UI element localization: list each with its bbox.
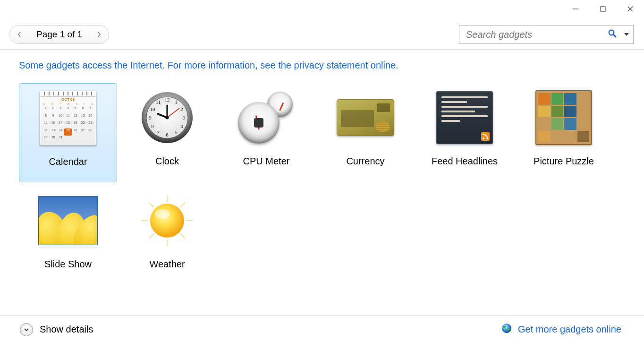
currency-icon xyxy=(335,87,396,148)
svg-text:11: 11 xyxy=(156,99,161,105)
search-input[interactable] xyxy=(465,29,605,41)
close-icon xyxy=(627,6,634,12)
svg-point-34 xyxy=(155,209,170,219)
next-page-button[interactable] xyxy=(93,28,106,41)
svg-line-32 xyxy=(149,234,154,239)
svg-marker-6 xyxy=(624,33,629,36)
footer: Show details Get more gadgets online xyxy=(0,316,644,343)
chevron-left-icon xyxy=(17,32,22,37)
gadget-label: Currency xyxy=(346,156,384,167)
gadget-gallery: OCT 06 SMTWTFS 1234567891011121314151617… xyxy=(0,75,644,287)
search-icon[interactable] xyxy=(608,29,617,40)
calendar-icon: OCT 06 SMTWTFS 1234567891011121314151617… xyxy=(37,87,99,149)
svg-line-29 xyxy=(149,203,154,207)
minimize-icon xyxy=(572,6,579,12)
info-bar: Some gadgets access the Internet. For mo… xyxy=(0,50,644,75)
svg-text:4: 4 xyxy=(180,123,183,129)
svg-text:10: 10 xyxy=(150,106,156,112)
close-button[interactable] xyxy=(617,3,644,15)
gadget-label: Calendar xyxy=(49,156,87,167)
gadget-slide-show[interactable]: Slide Show xyxy=(19,186,117,285)
svg-text:2: 2 xyxy=(180,106,183,112)
more-gadgets-link[interactable]: Get more gadgets online xyxy=(518,324,621,335)
gadget-feed-headlines[interactable]: Feed Headlines xyxy=(415,83,514,182)
globe-icon xyxy=(501,323,512,336)
pager: Page 1 of 1 xyxy=(9,25,109,44)
more-gadgets-area: Get more gadgets online xyxy=(501,323,621,336)
svg-text:12: 12 xyxy=(165,97,170,102)
search-box xyxy=(459,25,634,44)
svg-text:1: 1 xyxy=(175,99,178,105)
cpu-meter-icon xyxy=(236,87,297,148)
gadget-label: Slide Show xyxy=(44,259,92,270)
gadget-picture-puzzle[interactable]: Picture Puzzle xyxy=(515,83,613,182)
show-details-label: Show details xyxy=(40,324,93,335)
show-details-toggle[interactable]: Show details xyxy=(20,323,93,336)
prev-page-button[interactable] xyxy=(13,28,26,41)
svg-line-31 xyxy=(180,203,185,207)
clock-icon: 123 69 12 45 78 1011 xyxy=(136,87,198,148)
maximize-button[interactable] xyxy=(589,3,617,15)
search-area xyxy=(459,25,634,44)
gadget-label: Clock xyxy=(155,156,179,167)
gadget-label: Weather xyxy=(149,259,185,270)
search-dropdown[interactable] xyxy=(624,30,629,39)
chevron-right-icon xyxy=(97,32,102,37)
svg-text:8: 8 xyxy=(151,123,154,129)
svg-point-35 xyxy=(502,324,511,333)
svg-point-24 xyxy=(166,116,169,120)
svg-text:5: 5 xyxy=(175,129,178,135)
expander-button[interactable] xyxy=(20,323,33,336)
gadget-calendar[interactable]: OCT 06 SMTWTFS 1234567891011121314151617… xyxy=(19,83,117,182)
svg-text:3: 3 xyxy=(183,115,186,120)
gadget-currency[interactable]: Currency xyxy=(316,83,415,182)
svg-line-30 xyxy=(180,234,185,239)
pager-label: Page 1 of 1 xyxy=(26,29,93,40)
gadget-label: Picture Puzzle xyxy=(534,156,594,167)
svg-point-33 xyxy=(150,204,184,238)
gadget-grid: OCT 06 SMTWTFS 1234567891011121314151617… xyxy=(19,81,633,287)
gadget-label: Feed Headlines xyxy=(432,156,498,167)
gadget-clock[interactable]: 123 69 12 45 78 1011 Clock xyxy=(118,83,216,182)
chevron-down-icon xyxy=(24,327,29,332)
svg-rect-1 xyxy=(601,7,605,11)
svg-text:7: 7 xyxy=(157,129,160,135)
picture-puzzle-icon xyxy=(533,87,594,148)
svg-text:6: 6 xyxy=(166,132,169,137)
titlebar xyxy=(0,0,644,20)
toolbar: Page 1 of 1 xyxy=(0,20,644,49)
privacy-info-link[interactable]: Some gadgets access the Internet. For mo… xyxy=(19,60,398,70)
slide-show-icon xyxy=(37,190,99,251)
weather-icon xyxy=(136,190,198,251)
chevron-down-icon xyxy=(624,32,629,37)
maximize-icon xyxy=(600,6,606,12)
minimize-button[interactable] xyxy=(562,3,589,15)
svg-line-5 xyxy=(614,35,616,37)
gadget-label: CPU Meter xyxy=(243,156,290,167)
feed-headlines-icon xyxy=(434,87,495,148)
svg-text:9: 9 xyxy=(149,115,152,120)
gadget-weather[interactable]: Weather xyxy=(118,186,216,285)
calendar-month-label: OCT 06 xyxy=(40,97,96,102)
gadget-cpu-meter[interactable]: CPU Meter xyxy=(217,83,315,182)
